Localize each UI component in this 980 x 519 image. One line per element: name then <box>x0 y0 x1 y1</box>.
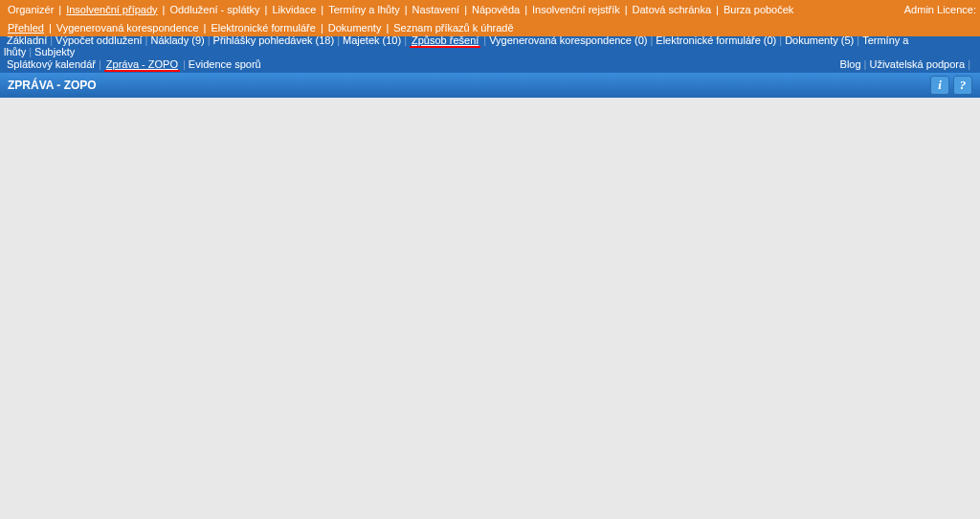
nav-link[interactable]: Seznam příkazů k úhradě <box>393 22 513 34</box>
nav-link[interactable]: Burza poboček <box>724 4 793 15</box>
nav-link[interactable]: Elektronické formuláře <box>211 22 315 34</box>
nav-link[interactable]: Vygenerovaná korespondence (0) <box>489 34 647 46</box>
topbar-row-1: Organizér|Insolvenční případy|Oddlužení … <box>0 0 980 18</box>
nav-link[interactable]: Insolvenční rejstřík <box>532 4 620 15</box>
nav-link[interactable]: Majetek (10) <box>343 34 401 46</box>
nav-link[interactable]: Uživatelská podpora <box>869 58 965 70</box>
nav-link[interactable]: Přehled <box>8 22 44 34</box>
nav-link[interactable]: Nastavení <box>412 4 460 15</box>
nav-link[interactable]: Evidence sporů <box>189 58 261 70</box>
nav-link[interactable]: Termíny a lhůty <box>328 4 400 15</box>
nav-link[interactable]: Organizér <box>8 4 54 15</box>
nav-link[interactable]: Splátkový kalendář <box>7 58 96 70</box>
page-titlebar: ZPRÁVA - ZOPO i ? <box>0 73 980 98</box>
nav-link[interactable]: Nápověda <box>472 4 520 15</box>
nav-link[interactable]: Zpráva - ZOPO <box>104 58 180 72</box>
nav-link[interactable]: Insolvenční případy <box>66 4 157 15</box>
nav-link[interactable]: Přihlášky pohledávek (18) <box>213 34 335 46</box>
nav-link[interactable]: Subjekty <box>34 46 75 57</box>
topbar-right-1: Admin Licence: <box>904 4 976 15</box>
subbar-row-1: Základní|Výpočet oddlužení|Náklady (9)|P… <box>0 36 980 55</box>
nav-link[interactable]: Blog <box>840 58 861 70</box>
nav-link[interactable]: Výpočet oddlužení <box>56 34 143 46</box>
page-title: ZPRÁVA - ZOPO <box>8 79 97 92</box>
subbar: Základní|Výpočet oddlužení|Náklady (9)|P… <box>0 36 980 73</box>
subbar-row-2: Splátkový kalendář|Zpráva - ZOPO|Evidenc… <box>0 55 980 73</box>
nav-link[interactable]: Vygenerovaná korespondence <box>56 22 199 34</box>
nav-link[interactable]: Dokumenty <box>328 22 382 34</box>
nav-link[interactable]: Elektronické formuláře (0) <box>656 34 776 46</box>
nav-link[interactable]: Dokumenty (5) <box>785 34 854 46</box>
help-icon[interactable]: ? <box>953 76 972 95</box>
nav-link[interactable]: Náklady (9) <box>150 34 204 46</box>
topbar: Organizér|Insolvenční případy|Oddlužení … <box>0 0 980 36</box>
nav-link[interactable]: Likvidace <box>272 4 316 15</box>
nav-link[interactable]: Základní <box>7 34 47 46</box>
nav-link[interactable]: Oddlužení - splátky <box>169 4 259 15</box>
info-icon[interactable]: i <box>930 76 949 95</box>
nav-link[interactable]: Způsob řešení <box>410 34 480 48</box>
nav-link[interactable]: Datová schránka <box>633 4 712 15</box>
